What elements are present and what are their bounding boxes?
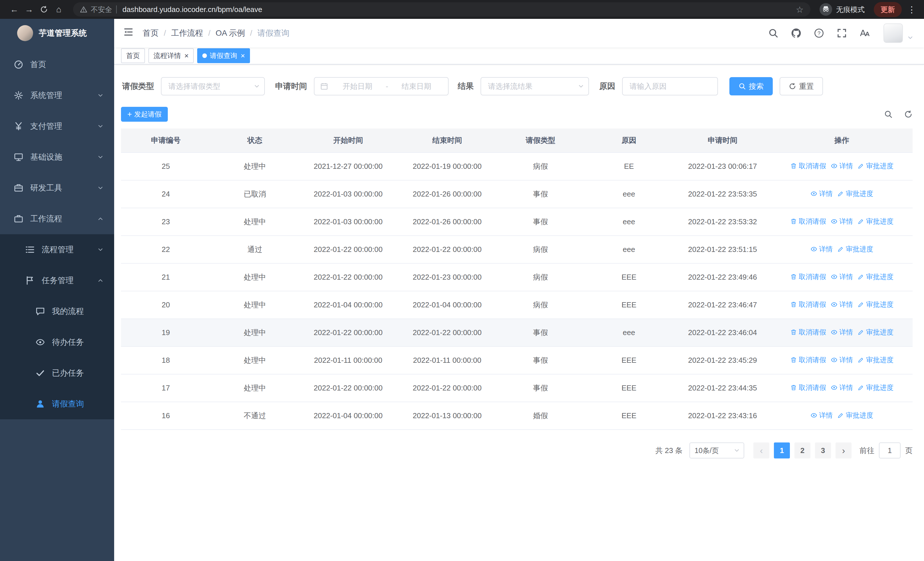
breadcrumb-item[interactable]: 首页 (142, 28, 159, 39)
browser-back-icon[interactable]: ← (7, 5, 22, 14)
sidebar-item-todo-task[interactable]: 待办任务 (0, 327, 114, 358)
detail-link[interactable]: 详情 (831, 217, 853, 226)
cancel-link[interactable]: 取消请假 (790, 300, 826, 309)
eye-icon (810, 190, 817, 197)
cancel-link[interactable]: 取消请假 (790, 355, 826, 364)
result-input[interactable] (480, 77, 589, 95)
cell-apply-time: 2022-01-22 23:45:29 (674, 346, 771, 374)
browser-home-icon[interactable]: ⌂ (51, 5, 66, 14)
create-leave-button[interactable]: + 发起请假 (121, 107, 168, 122)
sidebar-item-my-process[interactable]: 我的流程 (0, 296, 114, 327)
breadcrumb-item[interactable]: OA 示例 (216, 28, 245, 39)
reset-button[interactable]: 重置 (780, 77, 823, 95)
browser-menu-icon[interactable]: ⋮ (908, 5, 916, 15)
edit-icon (837, 190, 844, 197)
github-icon[interactable] (791, 28, 801, 38)
prev-page-button[interactable]: ‹ (753, 442, 770, 459)
url-text[interactable]: dashboard.yudao.iocoder.cn/bpm/oa/leave (122, 5, 796, 14)
cell-leave-type: 事假 (497, 374, 584, 402)
help-icon[interactable]: ? (814, 28, 824, 38)
tab-leave-query[interactable]: 请假查询× (197, 48, 250, 63)
progress-link[interactable]: 审批进度 (858, 161, 894, 170)
progress-link[interactable]: 审批进度 (837, 411, 873, 420)
cancel-link[interactable]: 取消请假 (790, 383, 826, 392)
sidebar-item-devtools[interactable]: 研发工具 (0, 173, 114, 203)
progress-link[interactable]: 审批进度 (858, 272, 894, 281)
cell-apply-no: 24 (121, 180, 211, 208)
sidebar-item-system[interactable]: 系统管理 (0, 80, 114, 111)
edit-icon (858, 218, 864, 225)
detail-link[interactable]: 详情 (831, 355, 853, 364)
sidebar-item-done-task[interactable]: 已办任务 (0, 358, 114, 388)
cell-apply-time: 2022-01-23 00:06:17 (674, 152, 771, 180)
cancel-link[interactable]: 取消请假 (790, 272, 826, 281)
page-button-3[interactable]: 3 (815, 442, 831, 459)
browser-forward-icon[interactable]: → (22, 5, 36, 14)
sidebar-item-home[interactable]: 首页 (0, 49, 114, 80)
chevron-up-icon (97, 277, 104, 284)
detail-link[interactable]: 详情 (810, 189, 832, 198)
toggle-search-icon[interactable] (884, 110, 892, 119)
browser-address-bar[interactable]: 不安全 dashboard.yudao.iocoder.cn/bpm/oa/le… (73, 2, 810, 17)
cancel-link[interactable]: 取消请假 (790, 161, 826, 170)
refresh-table-icon[interactable] (904, 110, 913, 119)
sidebar-logo[interactable]: 芋道管理系统 (0, 19, 114, 47)
detail-link[interactable]: 详情 (831, 300, 853, 309)
font-size-icon[interactable] (860, 28, 870, 38)
leave-type-select[interactable] (161, 77, 265, 95)
eye-icon (831, 329, 837, 335)
user-avatar[interactable] (884, 23, 903, 43)
search-button[interactable]: 搜索 (729, 77, 773, 95)
sidebar-item-leave-query[interactable]: 请假查询 (0, 388, 114, 419)
menu-fold-icon[interactable] (114, 19, 142, 47)
reason-input[interactable] (622, 77, 718, 95)
progress-link[interactable]: 审批进度 (837, 189, 873, 198)
sidebar-item-infra[interactable]: 基础设施 (0, 142, 114, 173)
fullscreen-icon[interactable] (837, 28, 847, 38)
table-row: 18处理中2022-01-11 00:00:002022-01-11 00:00… (121, 346, 913, 374)
cancel-link[interactable]: 取消请假 (790, 217, 826, 226)
progress-link[interactable]: 审批进度 (837, 245, 873, 254)
next-page-button[interactable]: › (836, 442, 852, 459)
detail-link[interactable]: 详情 (831, 383, 853, 392)
bookmark-star-icon[interactable]: ☆ (796, 5, 804, 15)
sidebar-item-task-mgmt[interactable]: 任务管理 (0, 265, 114, 296)
detail-link[interactable]: 详情 (810, 245, 832, 254)
avatar-caret-icon[interactable] (907, 34, 914, 41)
cell-apply-no: 23 (121, 208, 211, 236)
eye-icon (831, 301, 837, 308)
sidebar-item-payment[interactable]: 支付管理 (0, 111, 114, 142)
goto-page-input[interactable] (879, 442, 901, 459)
progress-link[interactable]: 审批进度 (858, 217, 894, 226)
detail-link[interactable]: 详情 (831, 161, 853, 170)
close-icon[interactable]: × (240, 52, 245, 59)
leave-type-input[interactable] (161, 77, 265, 95)
progress-link[interactable]: 审批进度 (858, 300, 894, 309)
security-label[interactable]: 不安全 (91, 5, 112, 14)
breadcrumb-separator: / (208, 29, 211, 38)
detail-link[interactable]: 详情 (831, 272, 853, 281)
result-select[interactable] (480, 77, 589, 95)
progress-link[interactable]: 审批进度 (858, 383, 894, 392)
browser-reload-icon[interactable] (36, 5, 51, 14)
progress-link[interactable]: 审批进度 (858, 355, 894, 364)
table-row: 17处理中2022-01-22 00:00:002022-01-22 00:00… (121, 374, 913, 402)
cancel-link[interactable]: 取消请假 (790, 328, 826, 337)
page-button-1[interactable]: 1 (774, 442, 790, 459)
breadcrumb-item[interactable]: 工作流程 (171, 28, 203, 39)
sidebar-item-workflow[interactable]: 工作流程 (0, 203, 114, 234)
header-search-icon[interactable] (768, 28, 778, 38)
tab-home[interactable]: 首页 (121, 48, 145, 63)
page-size-select[interactable]: 10条/页 (689, 442, 744, 459)
cell-actions: 取消请假详情审批进度 (771, 152, 913, 180)
apply-time-range-picker[interactable]: 开始日期 - 结束日期 (314, 77, 448, 95)
detail-link[interactable]: 详情 (831, 328, 853, 337)
progress-link[interactable]: 审批进度 (858, 328, 894, 337)
browser-update-button[interactable]: 更新 (874, 2, 902, 17)
tab-process-detail[interactable]: 流程详情× (148, 48, 194, 63)
page-button-2[interactable]: 2 (795, 442, 810, 459)
sidebar-item-process-mgmt[interactable]: 流程管理 (0, 234, 114, 265)
close-icon[interactable]: × (184, 52, 189, 59)
cell-apply-no: 25 (121, 152, 211, 180)
detail-link[interactable]: 详情 (810, 411, 832, 420)
